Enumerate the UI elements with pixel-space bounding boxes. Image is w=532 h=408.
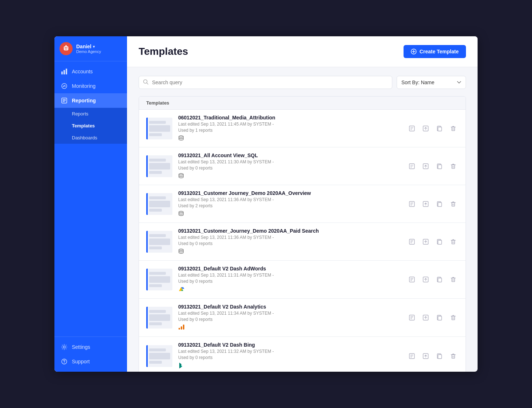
svg-rect-1 [64, 46, 68, 50]
search-icon [143, 79, 148, 86]
copy-button[interactable] [434, 237, 445, 247]
svg-rect-69 [452, 278, 455, 282]
template-meta: Last edited Sep 13, 2021 11:31 AM by SYS… [178, 273, 401, 278]
search-input[interactable] [139, 76, 392, 89]
search-wrapper [139, 76, 392, 89]
sidebar-item-reporting[interactable]: Reporting [54, 93, 127, 108]
sidebar-bottom: Settings Support [54, 336, 127, 372]
template-thumbnail [146, 118, 172, 139]
svg-rect-49 [438, 203, 442, 207]
svg-rect-39 [438, 165, 442, 169]
table-row: 09132021_Customer Journey_Demo 2020AA_Ov… [139, 185, 466, 223]
preview-button[interactable] [407, 123, 417, 134]
template-name: 09132021_Default V2 Dash Analytics [178, 304, 401, 310]
plus-circle-icon [411, 49, 417, 54]
svg-rect-72 [179, 328, 180, 330]
template-thumbnail [146, 345, 172, 367]
svg-rect-29 [438, 127, 442, 131]
copy-button[interactable] [434, 274, 445, 285]
sidebar-header[interactable]: Daniel ▾ Demo Agency [54, 36, 127, 61]
template-info: 09132021_Default V2 Dash Analytics Last … [178, 304, 401, 331]
svg-rect-90 [452, 355, 455, 358]
sidebar-item-support-label: Support [72, 359, 90, 364]
template-meta: Last edited Sep 13, 2021 11:34 AM by SYS… [178, 311, 401, 316]
preview-button[interactable] [407, 313, 417, 323]
copy-button[interactable] [434, 123, 445, 134]
svg-point-10 [62, 83, 67, 89]
share-button[interactable] [421, 123, 431, 134]
table-header: Templates [139, 97, 466, 110]
template-name: 06012021_Traditional_Media_Attribution [178, 115, 401, 121]
sidebar-item-settings[interactable]: Settings [54, 340, 127, 354]
create-template-button[interactable]: Create Template [404, 45, 466, 58]
template-used: Used by 1 reports [178, 128, 401, 133]
table-row: 09132021_All Account View_SQL Last edite… [139, 147, 466, 185]
svg-rect-9 [66, 69, 67, 74]
copy-button[interactable] [434, 199, 445, 209]
reporting-icon [61, 97, 67, 104]
svg-point-33 [179, 174, 183, 175]
preview-button[interactable] [407, 351, 417, 361]
sidebar-item-accounts[interactable]: Accounts [54, 64, 127, 79]
sidebar-item-reports[interactable]: Reports [54, 108, 127, 120]
template-name: 09132021_Default V2 Dash Bing [178, 342, 401, 348]
share-button[interactable] [421, 274, 431, 285]
template-info: 09132021_All Account View_SQL Last edite… [178, 152, 401, 180]
svg-rect-40 [452, 165, 455, 168]
sidebar-item-monitoring[interactable]: Monitoring [54, 79, 127, 93]
copy-button[interactable] [434, 351, 445, 361]
main-nav: Accounts Monitoring [54, 61, 127, 336]
database-icon [178, 135, 401, 142]
delete-button[interactable] [448, 313, 458, 323]
template-actions [407, 237, 458, 247]
delete-button[interactable] [448, 274, 458, 285]
template-meta: Last edited Sep 13, 2021 11:32 AM by SYS… [178, 349, 401, 354]
svg-rect-50 [452, 203, 455, 206]
share-button[interactable] [421, 351, 431, 361]
copy-button[interactable] [434, 161, 445, 171]
share-button[interactable] [421, 199, 431, 209]
sidebar-item-settings-label: Settings [72, 344, 90, 350]
gear-icon [61, 344, 67, 350]
preview-button[interactable] [407, 161, 417, 171]
svg-rect-30 [452, 127, 455, 131]
sidebar-item-support[interactable]: Support [54, 354, 127, 369]
sidebar-item-monitoring-label: Monitoring [72, 83, 95, 89]
delete-button[interactable] [448, 123, 458, 134]
templates-table: Templates 06012021_Traditional_Media_Att… [139, 96, 466, 372]
template-name: 09132021_All Account View_SQL [178, 152, 401, 158]
copy-button[interactable] [434, 313, 445, 323]
share-button[interactable] [421, 313, 431, 323]
template-info: 09132021_Default V2 Dash Bing Last edite… [178, 342, 401, 370]
preview-button[interactable] [407, 274, 417, 285]
database-icon [178, 173, 401, 180]
share-button[interactable] [421, 161, 431, 171]
template-thumbnail [146, 155, 172, 177]
sort-select[interactable]: Sort By: Name Sort By: Date Created Sort… [397, 76, 466, 89]
share-button[interactable] [421, 237, 431, 247]
template-actions [407, 123, 458, 134]
delete-button[interactable] [448, 161, 458, 171]
table-row: 09132021_Default V2 Dash AdWords Last ed… [139, 261, 466, 299]
template-actions [407, 199, 458, 209]
main-header: Templates Create Template [127, 36, 478, 67]
sidebar-item-dashboards[interactable]: Dashboards [54, 132, 127, 144]
delete-button[interactable] [448, 351, 458, 361]
database-icon [178, 248, 401, 255]
avatar [60, 42, 73, 55]
main-content: Templates Create Template [127, 36, 478, 372]
delete-button[interactable] [448, 199, 458, 209]
delete-button[interactable] [448, 237, 458, 247]
svg-rect-68 [438, 278, 442, 282]
template-meta: Last edited Sep 13, 2021 11:36 AM by SYS… [178, 197, 401, 202]
svg-point-6 [65, 45, 66, 46]
page-title: Templates [139, 46, 188, 57]
template-thumbnail [146, 307, 172, 329]
svg-rect-89 [438, 355, 442, 359]
preview-button[interactable] [407, 199, 417, 209]
template-used: Used by 0 reports [178, 355, 401, 360]
svg-point-15 [63, 346, 65, 348]
svg-rect-7 [61, 72, 63, 74]
preview-button[interactable] [407, 237, 417, 247]
sidebar-item-templates[interactable]: Templates [54, 120, 127, 132]
